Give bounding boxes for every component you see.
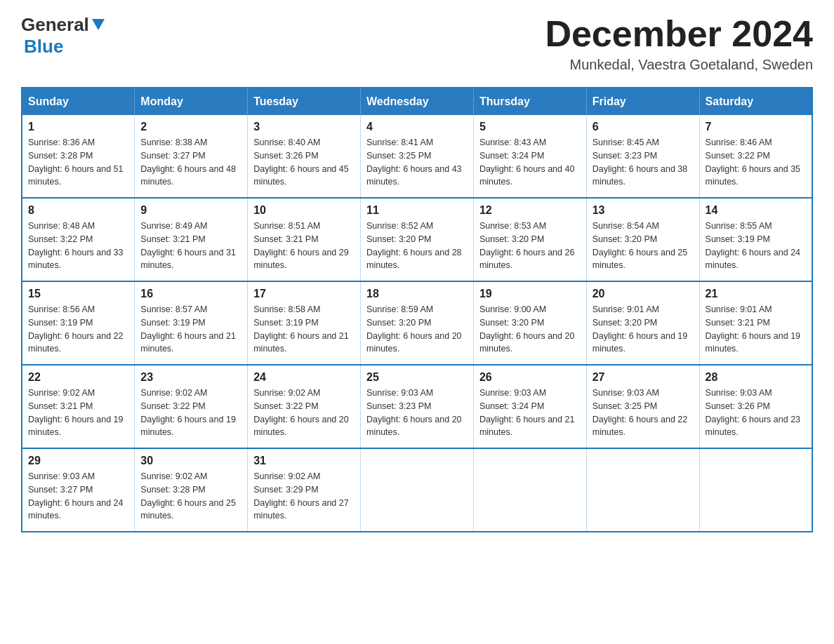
calendar-day-cell: 24 Sunrise: 9:02 AMSunset: 3:22 PMDaylig… (248, 365, 361, 448)
day-number: 26 (479, 371, 581, 384)
day-number: 10 (253, 204, 355, 217)
day-number: 22 (28, 371, 128, 384)
day-info: Sunrise: 8:40 AMSunset: 3:26 PMDaylight:… (253, 136, 355, 189)
calendar-day-cell: 26 Sunrise: 9:03 AMSunset: 3:24 PMDaylig… (473, 365, 586, 448)
day-number: 1 (28, 121, 128, 133)
column-header-saturday: Saturday (699, 88, 812, 115)
calendar-week-row: 22 Sunrise: 9:02 AMSunset: 3:21 PMDaylig… (22, 365, 812, 448)
day-number: 28 (706, 371, 806, 384)
day-number: 5 (479, 121, 581, 133)
calendar-day-cell: 7 Sunrise: 8:46 AMSunset: 3:22 PMDayligh… (699, 115, 812, 198)
day-info: Sunrise: 8:38 AMSunset: 3:27 PMDaylight:… (140, 136, 241, 189)
day-info: Sunrise: 8:57 AMSunset: 3:19 PMDaylight:… (140, 303, 241, 356)
day-number: 17 (253, 288, 355, 300)
column-header-monday: Monday (135, 88, 248, 115)
day-info: Sunrise: 9:00 AMSunset: 3:20 PMDaylight:… (479, 303, 581, 356)
column-header-wednesday: Wednesday (361, 88, 474, 115)
calendar-day-cell (361, 448, 474, 532)
day-info: Sunrise: 8:55 AMSunset: 3:19 PMDaylight:… (706, 220, 806, 272)
calendar-day-cell: 13 Sunrise: 8:54 AMSunset: 3:20 PMDaylig… (586, 198, 699, 281)
day-info: Sunrise: 8:58 AMSunset: 3:19 PMDaylight:… (253, 303, 355, 356)
day-number: 16 (140, 288, 241, 300)
logo: General Blue (21, 14, 106, 58)
calendar-day-cell: 15 Sunrise: 8:56 AMSunset: 3:19 PMDaylig… (22, 281, 135, 365)
calendar-table: SundayMondayTuesdayWednesdayThursdayFrid… (21, 87, 813, 532)
calendar-day-cell: 28 Sunrise: 9:03 AMSunset: 3:26 PMDaylig… (699, 365, 812, 448)
calendar-day-cell: 10 Sunrise: 8:51 AMSunset: 3:21 PMDaylig… (248, 198, 361, 281)
day-info: Sunrise: 8:41 AMSunset: 3:25 PMDaylight:… (366, 136, 468, 189)
calendar-week-row: 1 Sunrise: 8:36 AMSunset: 3:28 PMDayligh… (22, 115, 812, 198)
day-number: 6 (593, 121, 694, 133)
day-number: 23 (140, 371, 241, 384)
calendar-day-cell (473, 448, 586, 532)
calendar-day-cell: 19 Sunrise: 9:00 AMSunset: 3:20 PMDaylig… (473, 281, 586, 365)
calendar-day-cell: 25 Sunrise: 9:03 AMSunset: 3:23 PMDaylig… (361, 365, 474, 448)
calendar-day-cell (586, 448, 699, 532)
day-info: Sunrise: 8:48 AMSunset: 3:22 PMDaylight:… (28, 220, 128, 272)
day-number: 29 (28, 455, 128, 467)
svg-marker-0 (92, 19, 105, 30)
calendar-day-cell: 12 Sunrise: 8:53 AMSunset: 3:20 PMDaylig… (473, 198, 586, 281)
column-header-thursday: Thursday (473, 88, 586, 115)
day-number: 20 (593, 288, 694, 300)
day-info: Sunrise: 8:53 AMSunset: 3:20 PMDaylight:… (479, 220, 581, 272)
day-number: 15 (28, 288, 128, 300)
logo-image: General (21, 14, 106, 36)
day-number: 27 (593, 371, 694, 384)
calendar-week-row: 15 Sunrise: 8:56 AMSunset: 3:19 PMDaylig… (22, 281, 812, 365)
day-info: Sunrise: 8:43 AMSunset: 3:24 PMDaylight:… (479, 136, 581, 189)
day-info: Sunrise: 9:03 AMSunset: 3:27 PMDaylight:… (28, 470, 128, 523)
day-number: 24 (253, 371, 355, 384)
calendar-week-row: 8 Sunrise: 8:48 AMSunset: 3:22 PMDayligh… (22, 198, 812, 281)
day-number: 13 (593, 204, 694, 217)
calendar-day-cell: 29 Sunrise: 9:03 AMSunset: 3:27 PMDaylig… (22, 448, 135, 532)
day-info: Sunrise: 8:56 AMSunset: 3:19 PMDaylight:… (28, 303, 128, 356)
day-info: Sunrise: 9:03 AMSunset: 3:25 PMDaylight:… (593, 387, 694, 439)
day-number: 4 (366, 121, 468, 133)
column-header-sunday: Sunday (22, 88, 135, 115)
calendar-day-cell: 14 Sunrise: 8:55 AMSunset: 3:19 PMDaylig… (699, 198, 812, 281)
day-number: 9 (140, 204, 241, 217)
day-number: 11 (366, 204, 468, 217)
day-number: 30 (140, 455, 241, 467)
page-header: General Blue December 2024 Munkedal, Vae… (21, 14, 813, 73)
calendar-day-cell: 18 Sunrise: 8:59 AMSunset: 3:20 PMDaylig… (361, 281, 474, 365)
day-info: Sunrise: 8:52 AMSunset: 3:20 PMDaylight:… (366, 220, 468, 272)
month-title: December 2024 (545, 14, 813, 54)
column-header-friday: Friday (586, 88, 699, 115)
calendar-day-cell: 16 Sunrise: 8:57 AMSunset: 3:19 PMDaylig… (135, 281, 248, 365)
day-info: Sunrise: 9:02 AMSunset: 3:28 PMDaylight:… (140, 470, 241, 523)
day-number: 7 (706, 121, 806, 133)
day-number: 31 (253, 455, 355, 467)
day-info: Sunrise: 8:46 AMSunset: 3:22 PMDaylight:… (706, 136, 806, 189)
calendar-day-cell: 30 Sunrise: 9:02 AMSunset: 3:28 PMDaylig… (135, 448, 248, 532)
day-info: Sunrise: 9:03 AMSunset: 3:23 PMDaylight:… (366, 387, 468, 439)
calendar-header-row: SundayMondayTuesdayWednesdayThursdayFrid… (22, 88, 812, 115)
day-info: Sunrise: 9:02 AMSunset: 3:21 PMDaylight:… (28, 387, 128, 439)
calendar-day-cell (699, 448, 812, 532)
calendar-day-cell: 6 Sunrise: 8:45 AMSunset: 3:23 PMDayligh… (586, 115, 699, 198)
calendar-day-cell: 23 Sunrise: 9:02 AMSunset: 3:22 PMDaylig… (135, 365, 248, 448)
day-info: Sunrise: 8:36 AMSunset: 3:28 PMDaylight:… (28, 136, 128, 189)
calendar-day-cell: 22 Sunrise: 9:02 AMSunset: 3:21 PMDaylig… (22, 365, 135, 448)
day-info: Sunrise: 9:01 AMSunset: 3:21 PMDaylight:… (706, 303, 806, 356)
day-number: 25 (366, 371, 468, 384)
day-info: Sunrise: 9:02 AMSunset: 3:29 PMDaylight:… (253, 470, 355, 523)
calendar-day-cell: 21 Sunrise: 9:01 AMSunset: 3:21 PMDaylig… (699, 281, 812, 365)
calendar-day-cell: 11 Sunrise: 8:52 AMSunset: 3:20 PMDaylig… (361, 198, 474, 281)
day-number: 3 (253, 121, 355, 133)
calendar-day-cell: 20 Sunrise: 9:01 AMSunset: 3:20 PMDaylig… (586, 281, 699, 365)
day-number: 21 (706, 288, 806, 300)
day-info: Sunrise: 9:02 AMSunset: 3:22 PMDaylight:… (140, 387, 241, 439)
calendar-day-cell: 1 Sunrise: 8:36 AMSunset: 3:28 PMDayligh… (22, 115, 135, 198)
day-info: Sunrise: 8:54 AMSunset: 3:20 PMDaylight:… (593, 220, 694, 272)
calendar-day-cell: 8 Sunrise: 8:48 AMSunset: 3:22 PMDayligh… (22, 198, 135, 281)
column-header-tuesday: Tuesday (248, 88, 361, 115)
day-number: 2 (140, 121, 241, 133)
day-info: Sunrise: 9:03 AMSunset: 3:24 PMDaylight:… (479, 387, 581, 439)
day-number: 18 (366, 288, 468, 300)
day-info: Sunrise: 9:01 AMSunset: 3:20 PMDaylight:… (593, 303, 694, 356)
calendar-day-cell: 3 Sunrise: 8:40 AMSunset: 3:26 PMDayligh… (248, 115, 361, 198)
day-info: Sunrise: 9:03 AMSunset: 3:26 PMDaylight:… (706, 387, 806, 439)
day-info: Sunrise: 8:45 AMSunset: 3:23 PMDaylight:… (593, 136, 694, 189)
